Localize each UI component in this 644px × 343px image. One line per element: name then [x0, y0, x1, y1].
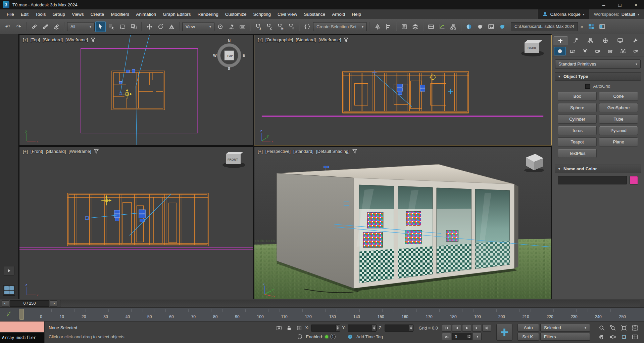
tube-button[interactable]: Tube [599, 115, 638, 124]
viewport-pov-button[interactable]: [Orthographic] [265, 37, 293, 42]
viewport-pov-button[interactable]: [Top] [31, 37, 40, 42]
viewport-pov-button[interactable]: [Front] [31, 149, 43, 154]
zoom-button[interactable] [597, 324, 607, 332]
cylinder-button[interactable]: Cylinder [558, 115, 597, 124]
undo-button[interactable]: ↶ [2, 22, 13, 32]
tab-utilities[interactable] [628, 36, 643, 45]
listener-line[interactable]: Array modifier [0, 333, 44, 343]
viewport-filter-funnel-icon[interactable] [91, 38, 95, 42]
viewport-shading-button[interactable]: [Wireframe] [65, 37, 88, 42]
category-shapes[interactable] [567, 47, 579, 55]
key-filters-button[interactable]: Filters... [540, 333, 590, 341]
snap-toggle-3d-button[interactable]: 3 [253, 22, 263, 32]
name-color-rollout-header[interactable]: ▼ Name and Color [555, 165, 641, 173]
pan-view-button[interactable] [597, 333, 607, 341]
expand-panel-button[interactable] [4, 266, 14, 275]
spinner-snap-toggle-button[interactable] [286, 22, 297, 32]
x-coordinate-field[interactable] [311, 325, 340, 332]
zoom-extents-all-button[interactable] [630, 324, 640, 332]
select-object-button[interactable] [95, 22, 106, 32]
set-keys-button[interactable] [496, 324, 512, 341]
object-color-swatch[interactable] [630, 176, 638, 184]
minimize-button[interactable]: – [596, 0, 612, 9]
cone-button[interactable]: Cone [599, 92, 638, 101]
menu-customize[interactable]: Customize [222, 9, 250, 19]
redo-button[interactable]: ↷ [13, 22, 24, 32]
rendered-frame-window-button[interactable] [486, 22, 496, 32]
viewcube-compass[interactable]: TOP N W E S [210, 38, 248, 71]
viewcube[interactable]: BACK [518, 38, 547, 57]
isolate-selection-toggle[interactable] [275, 324, 283, 332]
tab-create[interactable] [553, 36, 568, 45]
next-frame-button[interactable] [472, 324, 481, 332]
mirror-button[interactable] [372, 22, 383, 32]
viewport-menu-button[interactable]: [+] [258, 37, 263, 42]
menu-arnold[interactable]: Arnold [329, 9, 348, 19]
workspace-selector[interactable]: Workspaces: Default ▾ [589, 9, 644, 19]
previous-frame-button[interactable] [452, 324, 461, 332]
curve-editor-button[interactable] [437, 22, 447, 32]
window-grid-icon-button-2[interactable] [597, 22, 607, 32]
time-slider-prev-button[interactable]: < [2, 300, 9, 307]
set-key-button[interactable]: Set K. [517, 333, 539, 341]
object-type-rollout-header[interactable]: ▼ Object Type [555, 72, 641, 81]
viewport-shading-button[interactable]: [Default Shading] [316, 149, 350, 154]
viewport-layout-button[interactable] [630, 333, 640, 341]
category-lights[interactable] [579, 47, 591, 55]
pyramid-button[interactable]: Pyramid [599, 126, 638, 135]
y-spinner[interactable] [372, 325, 376, 331]
named-selection-set-combo[interactable]: Create Selection Set ▾ [313, 22, 367, 31]
category-geometry[interactable] [554, 47, 566, 55]
schematic-view-button[interactable] [448, 22, 458, 32]
viewport-menu-button[interactable]: [+] [23, 149, 28, 154]
menu-animation[interactable]: Animation [133, 9, 159, 19]
tab-display[interactable] [613, 36, 628, 45]
orbit-button[interactable] [608, 333, 618, 341]
select-by-name-button[interactable] [106, 22, 117, 32]
viewport-style-button[interactable]: [Standard] [43, 37, 63, 42]
macro-recorder-line[interactable] [0, 321, 44, 333]
time-slider-next-button[interactable]: > [50, 300, 57, 307]
viewport-filter-funnel-icon[interactable] [94, 149, 99, 154]
box-button[interactable]: Box [558, 92, 597, 101]
z-spinner[interactable] [409, 325, 413, 331]
material-editor-button[interactable] [464, 22, 474, 32]
tab-modify[interactable] [568, 36, 583, 45]
key-target-dropdown[interactable]: Selected ▾ [540, 324, 590, 332]
category-cameras[interactable] [592, 47, 604, 55]
use-pivot-point-center-button[interactable] [215, 22, 226, 32]
unlink-selection-icon-button[interactable] [40, 22, 51, 32]
maximize-button[interactable]: □ [612, 0, 628, 9]
zoom-all-button[interactable] [608, 324, 618, 332]
absolute-offset-mode-toggle[interactable] [295, 324, 303, 332]
menu-modifiers[interactable]: Modifiers [107, 9, 133, 19]
zoom-extents-button[interactable] [619, 324, 629, 332]
current-frame-field[interactable]: 0 [452, 333, 472, 340]
menu-substance[interactable]: Substance [300, 9, 329, 19]
toggle-ribbon-button[interactable] [426, 22, 436, 32]
textplus-button[interactable]: TextPlus [558, 149, 597, 158]
select-and-manipulate-button[interactable] [226, 22, 237, 32]
category-systems[interactable] [630, 47, 642, 55]
frame-spinner[interactable] [467, 335, 471, 338]
previous-key-button[interactable] [473, 333, 482, 340]
plane-button[interactable]: Plane [599, 137, 638, 146]
viewcube[interactable] [522, 149, 547, 172]
viewport-menu-button[interactable]: [+] [258, 149, 263, 154]
menu-group[interactable]: Group [49, 9, 69, 19]
time-slider-track[interactable] [60, 300, 640, 307]
viewport-style-button[interactable]: [Standard] [293, 149, 313, 154]
time-slider-readout[interactable]: 0 / 250 [10, 300, 49, 307]
angle-snap-toggle-button[interactable] [264, 22, 275, 32]
toggle-layer-explorer-button[interactable] [410, 22, 420, 32]
viewcube[interactable]: FRONT [219, 149, 248, 169]
select-and-link-icon-button[interactable] [29, 22, 40, 32]
selection-filter-dropdown[interactable]: All ▾ [67, 22, 95, 31]
viewport-layout-tabs-button[interactable] [3, 285, 15, 296]
primitive-category-dropdown[interactable]: Standard Primitives ▾ [555, 59, 641, 69]
toggle-scene-explorer-button[interactable] [399, 22, 409, 32]
edit-named-selection-sets-button[interactable] [302, 22, 312, 32]
project-folder-field[interactable]: C:\Users\carol...s\3ds Max 2024 [511, 22, 578, 31]
menu-scripting[interactable]: Scripting [250, 9, 275, 19]
menu-help[interactable]: Help [348, 9, 364, 19]
